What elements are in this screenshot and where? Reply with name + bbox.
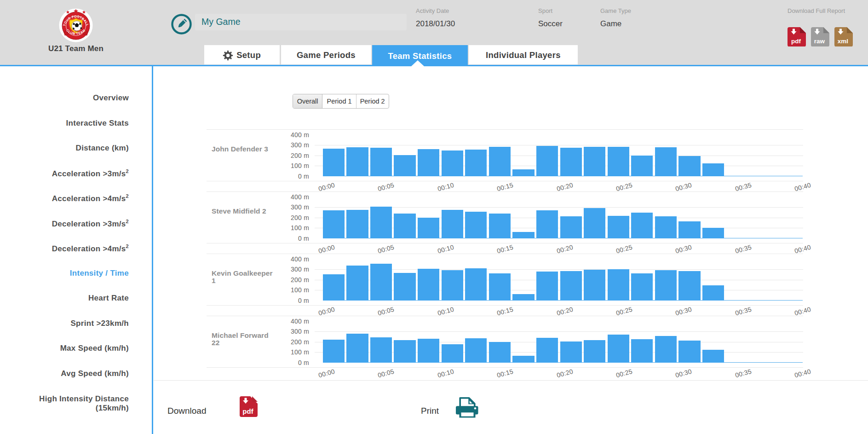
svg-text:pdf: pdf xyxy=(791,37,801,44)
svg-text:pdf: pdf xyxy=(242,407,253,415)
svg-text:xml: xml xyxy=(838,37,848,44)
svg-text:raw: raw xyxy=(814,37,825,44)
